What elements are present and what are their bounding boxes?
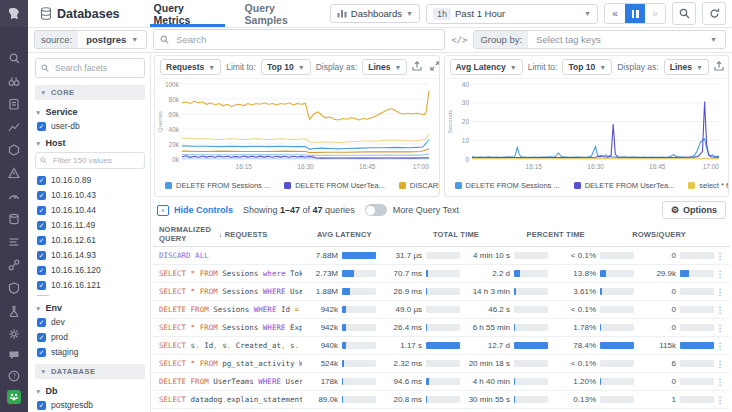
table-row[interactable]: SELECT * FROM pg_stat_activity WHERE coa…: [153, 355, 730, 373]
code-view-icon[interactable]: </>: [451, 35, 467, 45]
facet-value[interactable]: ✓prod: [37, 332, 145, 342]
fullscreen-icon[interactable]: [430, 61, 439, 73]
forward-button[interactable]: »: [645, 4, 665, 23]
facet-value[interactable]: ✓staging: [37, 347, 145, 357]
table-row[interactable]: DELETE FROM UserTeams WHERE User_id = ? …: [153, 373, 730, 391]
facet-value[interactable]: ✓dev: [37, 317, 145, 327]
help-icon[interactable]: ?: [7, 369, 21, 383]
legend-item[interactable]: DISCARD ALL: [399, 181, 440, 190]
table-row[interactable]: DELETE FROM Sessions WHERE Id = ?942k49.…: [153, 301, 730, 319]
checkbox-checked[interactable]: ✓: [37, 348, 46, 357]
row-menu-button[interactable]: ⋮: [714, 287, 726, 297]
legend-item[interactable]: DELETE FROM Sessions ...: [455, 181, 560, 190]
column-header-rows-query[interactable]: ROWS/QUERY: [625, 230, 726, 239]
integrations-icon[interactable]: [7, 258, 21, 272]
hide-controls-button[interactable]: ‹ Hide Controls: [157, 205, 233, 216]
tab-query-samples[interactable]: Query Samples: [233, 0, 330, 27]
row-menu-button[interactable]: ⋮: [714, 377, 726, 387]
rewind-button[interactable]: «: [605, 4, 625, 23]
display-dropdown[interactable]: Lines▼: [362, 59, 407, 75]
table-row[interactable]: SELECT datadog.explain_statement ( ? )89…: [153, 391, 730, 409]
limit-dropdown[interactable]: Top 10▼: [261, 59, 311, 75]
search-input[interactable]: [174, 33, 438, 46]
facet-value[interactable]: ✓10.16.16.120: [37, 265, 145, 275]
tab-query-metrics[interactable]: Query Metrics: [142, 0, 233, 27]
facet-group-db[interactable]: ▼Db: [35, 386, 145, 396]
column-header-requests[interactable]: ↓ REQUESTS: [211, 230, 308, 239]
legend-item[interactable]: DELETE FROM UserTea...: [574, 181, 675, 190]
checkbox-checked[interactable]: ✓: [37, 206, 46, 215]
facet-value[interactable]: ✓postgresdb: [37, 400, 145, 410]
infrastructure-icon[interactable]: [7, 143, 21, 157]
metric-dropdown[interactable]: Requests▼: [160, 59, 221, 75]
group-by-dropdown[interactable]: Select tag keys▼: [528, 31, 725, 48]
facet-group-host[interactable]: ▼Host: [35, 138, 145, 148]
facet-value[interactable]: ✓user-db: [37, 121, 145, 131]
synthetics-icon[interactable]: [7, 304, 21, 318]
column-header-avg-latency[interactable]: AVG LATENCY: [308, 230, 412, 239]
datadog-logo[interactable]: [0, 0, 28, 27]
facet-more-handle[interactable]: [37, 295, 49, 296]
facet-group-env[interactable]: ▼Env: [35, 303, 145, 313]
refresh-button[interactable]: [702, 2, 726, 25]
checkbox-checked[interactable]: ✓: [37, 281, 46, 290]
checkbox-checked[interactable]: ✓: [37, 122, 46, 131]
checkbox-checked[interactable]: ✓: [37, 236, 46, 245]
more-query-text-toggle[interactable]: [365, 204, 387, 216]
apm-icon[interactable]: [7, 189, 21, 203]
facet-section-core[interactable]: ▼CORE: [35, 85, 145, 100]
column-header-percent-time[interactable]: PERCENT TIME: [519, 230, 625, 239]
facet-value[interactable]: ✓10.16.0.89: [37, 175, 145, 185]
watchdog-icon[interactable]: [7, 74, 21, 88]
legend-item[interactable]: select * from Sessions l...: [688, 181, 729, 190]
options-button[interactable]: ⚙ Options: [662, 201, 726, 219]
table-row[interactable]: SELECT * FROM Sessions where Token = ?2.…: [153, 265, 730, 283]
facet-group-service[interactable]: ▼Service: [35, 107, 145, 117]
legend-item[interactable]: DELETE FROM Sessions ...: [165, 181, 270, 190]
table-row[interactable]: DISCARD ALL7.88M31.7 µs4 min 10 s< 0.1%0…: [153, 247, 730, 265]
row-menu-button[interactable]: ⋮: [714, 323, 726, 333]
monitors-icon[interactable]: [7, 166, 21, 180]
events-icon[interactable]: [7, 97, 21, 111]
table-row[interactable]: SELECT * FROM Sessions WHERE Expires_at …: [153, 319, 730, 337]
row-menu-button[interactable]: ⋮: [714, 341, 726, 351]
export-icon[interactable]: [412, 61, 422, 73]
facet-value[interactable]: ✓10.16.11.49: [37, 220, 145, 230]
zoom-search-button[interactable]: [672, 2, 696, 25]
security-icon[interactable]: [7, 281, 21, 295]
checkbox-checked[interactable]: ✓: [37, 176, 46, 185]
export-icon[interactable]: [714, 61, 724, 73]
chat-icon[interactable]: [7, 348, 21, 362]
checkbox-checked[interactable]: ✓: [37, 221, 46, 230]
row-menu-button[interactable]: ⋮: [714, 359, 726, 369]
facet-value[interactable]: ✓10.16.12.61: [37, 235, 145, 245]
facet-search-input[interactable]: [53, 62, 137, 74]
time-range-selector[interactable]: 1h Past 1 Hour ▼: [426, 4, 598, 24]
requests-plot[interactable]: 0k20k40k60k80k100k16:1516:3016:4517:00Qu…: [155, 79, 436, 175]
checkbox-checked[interactable]: ✓: [37, 333, 46, 342]
facet-value[interactable]: ✓10.16.16.121: [37, 280, 145, 290]
facet-filter-input[interactable]: [51, 155, 133, 166]
checkbox-checked[interactable]: ✓: [37, 251, 46, 260]
facet-value[interactable]: ✓10.16.14.93: [37, 250, 145, 260]
checkbox-checked[interactable]: ✓: [37, 191, 46, 200]
row-menu-button[interactable]: ⋮: [714, 251, 726, 261]
table-row[interactable]: SELECT * FROM Sessions WHERE User_id = ?…: [153, 283, 730, 301]
datadog-bits-icon[interactable]: [7, 390, 21, 404]
pause-button[interactable]: [625, 4, 645, 23]
logs-icon[interactable]: [7, 235, 21, 249]
limit-dropdown[interactable]: Top 10▼: [562, 59, 612, 75]
facet-value[interactable]: ✓10.16.10.44: [37, 205, 145, 215]
source-dropdown[interactable]: postgres▼: [78, 31, 146, 48]
dashboards-icon[interactable]: [7, 120, 21, 134]
checkbox-checked[interactable]: ✓: [37, 401, 46, 410]
facet-value[interactable]: ✓10.16.10.43: [37, 190, 145, 200]
row-menu-button[interactable]: ⋮: [714, 395, 726, 405]
table-row[interactable]: SELECT s. Id, s. Created_at, s. Expires_…: [153, 337, 730, 355]
row-menu-button[interactable]: ⋮: [714, 305, 726, 315]
column-header-total-time[interactable]: TOTAL TIME: [412, 230, 519, 239]
metric-dropdown[interactable]: Avg Latency▼: [450, 59, 523, 75]
column-header-normalized-query[interactable]: NORMALIZED QUERY: [159, 225, 211, 243]
databases-icon[interactable]: [7, 212, 21, 226]
search-icon[interactable]: [7, 51, 21, 65]
